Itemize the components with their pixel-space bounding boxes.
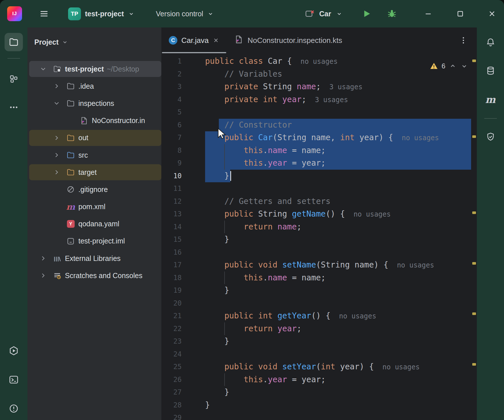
code-line-25[interactable]: public void setYear(int year) {no usages bbox=[205, 360, 471, 373]
tree-item-idea[interactable]: .idea bbox=[27, 78, 161, 95]
warning-stripe-mark[interactable] bbox=[472, 363, 476, 366]
line-number[interactable]: 14 bbox=[161, 221, 205, 233]
gutter[interactable]: 1234567891011121314151617181920212223242… bbox=[161, 55, 205, 420]
minimize-button[interactable] bbox=[424, 9, 433, 18]
next-warning-button[interactable] bbox=[460, 62, 468, 70]
usages-hint[interactable]: no usages bbox=[354, 210, 391, 218]
line-number[interactable]: 3 bbox=[161, 80, 205, 93]
tree-item-inspections[interactable]: inspections bbox=[27, 95, 161, 112]
line-number[interactable]: 21 bbox=[161, 310, 205, 322]
line-number[interactable]: 20 bbox=[161, 297, 205, 310]
tree-item-test-project-iml[interactable]: test-project.iml bbox=[27, 233, 161, 250]
warning-stripe-mark[interactable] bbox=[472, 60, 476, 62]
run-button[interactable] bbox=[361, 8, 372, 19]
line-number[interactable]: 9 bbox=[161, 157, 205, 170]
usages-hint[interactable]: no usages bbox=[382, 363, 420, 371]
project-tool-button[interactable] bbox=[5, 33, 23, 51]
code-line-11[interactable] bbox=[205, 182, 471, 195]
code-line-14[interactable]: return name; bbox=[205, 221, 471, 233]
line-number[interactable]: 28 bbox=[161, 399, 205, 412]
line-number[interactable]: 22 bbox=[161, 322, 205, 335]
services-tool-button[interactable] bbox=[7, 345, 20, 356]
code-line-5[interactable] bbox=[205, 106, 471, 119]
line-number[interactable]: 19 bbox=[161, 284, 205, 297]
line-number[interactable]: 18 bbox=[161, 272, 205, 284]
line-number[interactable]: 17 bbox=[161, 259, 205, 272]
tree-item-noconstructor-in[interactable]: NoConstructor.in bbox=[27, 112, 161, 129]
chevron-right-icon[interactable] bbox=[53, 151, 66, 159]
code-editor[interactable]: 1234567891011121314151617181920212223242… bbox=[161, 53, 477, 420]
usages-hint[interactable]: no usages bbox=[402, 134, 439, 142]
scrollbar-stripe[interactable] bbox=[471, 53, 477, 420]
code-line-18[interactable]: this.name = name; bbox=[205, 272, 471, 284]
code-line-22[interactable]: return year; bbox=[205, 322, 471, 335]
code-line-24[interactable] bbox=[205, 348, 471, 361]
more-tools-button[interactable] bbox=[7, 102, 20, 113]
chevron-right-icon[interactable] bbox=[53, 134, 66, 142]
code-line-28[interactable]: } bbox=[205, 399, 471, 412]
tree-item-external-libraries[interactable]: External Libraries bbox=[27, 250, 161, 267]
prev-warning-button[interactable] bbox=[449, 62, 457, 70]
warning-stripe-mark[interactable] bbox=[472, 262, 476, 265]
usages-hint[interactable]: no usages bbox=[339, 312, 376, 320]
warning-stripe-mark[interactable] bbox=[472, 312, 476, 315]
line-number[interactable]: 13 bbox=[161, 208, 205, 221]
code-line-29[interactable] bbox=[205, 411, 471, 420]
line-number[interactable]: 16 bbox=[161, 246, 205, 259]
code-line-7[interactable]: public Car(String name, int year) {no us… bbox=[205, 131, 471, 144]
tree-item-qodana-yaml[interactable]: Yqodana.yaml bbox=[27, 215, 161, 233]
code-line-23[interactable]: } bbox=[205, 335, 471, 348]
usages-hint[interactable]: no usages bbox=[397, 261, 434, 269]
notifications-button[interactable] bbox=[484, 36, 497, 48]
tab-options-icon[interactable] bbox=[459, 35, 468, 45]
code-line-4[interactable]: private int year;3 usages bbox=[205, 93, 471, 106]
code-line-20[interactable] bbox=[205, 297, 471, 310]
maximize-button[interactable] bbox=[456, 9, 465, 18]
tree-item-src[interactable]: src bbox=[27, 146, 161, 164]
tab-car-java[interactable]: C Car.java bbox=[161, 27, 227, 53]
line-number[interactable]: 26 bbox=[161, 373, 205, 386]
line-number[interactable]: 5 bbox=[161, 106, 205, 119]
code-line-9[interactable]: this.year = year; bbox=[205, 157, 471, 170]
vcs-widget[interactable]: Version control bbox=[156, 0, 214, 27]
line-number[interactable]: 25 bbox=[161, 360, 205, 373]
tree-item-out[interactable]: out bbox=[27, 129, 161, 146]
tab-noconstructor-inspection-kts[interactable]: NoConstructor.inspection.kts bbox=[227, 27, 350, 53]
maven-tool-button[interactable]: m bbox=[484, 94, 497, 105]
chevron-right-icon[interactable] bbox=[53, 82, 66, 90]
tree-item-gitignore[interactable]: .gitignore bbox=[27, 181, 161, 198]
project-panel-header[interactable]: Project bbox=[27, 27, 161, 49]
code-line-19[interactable]: } bbox=[205, 284, 471, 297]
line-number[interactable]: 23 bbox=[161, 335, 205, 348]
code-line-12[interactable]: // Getters and setters bbox=[205, 195, 471, 208]
line-number[interactable]: 15 bbox=[161, 233, 205, 246]
chevron-right-icon[interactable] bbox=[53, 169, 66, 176]
chevron-right-icon[interactable] bbox=[39, 272, 53, 279]
line-number[interactable]: 12 bbox=[161, 195, 205, 208]
code-line-6[interactable]: // Constructor bbox=[205, 119, 471, 132]
tree-item-pom-xml[interactable]: mpom.xml bbox=[27, 198, 161, 215]
code-lines[interactable]: public class Car {no usages // Variables… bbox=[205, 55, 471, 420]
line-number[interactable]: 10 bbox=[161, 170, 205, 183]
code-line-17[interactable]: public void setName(String name) {no usa… bbox=[205, 259, 471, 272]
chevron-down-icon[interactable] bbox=[53, 100, 66, 107]
tree-item-test-project[interactable]: test-project~/Desktop bbox=[27, 60, 161, 78]
code-line-27[interactable]: } bbox=[205, 386, 471, 399]
warning-stripe-mark[interactable] bbox=[472, 135, 476, 138]
code-line-15[interactable]: } bbox=[205, 233, 471, 246]
line-number[interactable]: 27 bbox=[161, 386, 205, 399]
tree-item-scratches-and-consoles[interactable]: Scratches and Consoles bbox=[27, 267, 161, 284]
code-line-16[interactable] bbox=[205, 246, 471, 259]
close-tab-icon[interactable] bbox=[213, 37, 219, 44]
code-line-21[interactable]: public int getYear() {no usages bbox=[205, 310, 471, 322]
intellij-logo-icon[interactable]: IJ bbox=[7, 6, 22, 21]
code-line-3[interactable]: private String name;3 usages bbox=[205, 80, 471, 93]
run-config-widget[interactable]: Car bbox=[305, 0, 343, 27]
usages-hint[interactable]: 3 usages bbox=[330, 83, 363, 91]
problems-tool-button[interactable] bbox=[7, 403, 20, 414]
qodana-tool-button[interactable] bbox=[484, 131, 497, 142]
chevron-down-icon[interactable] bbox=[39, 65, 53, 73]
line-number[interactable]: 29 bbox=[161, 411, 205, 420]
usages-hint[interactable]: no usages bbox=[300, 58, 338, 66]
line-number[interactable]: 4 bbox=[161, 93, 205, 106]
